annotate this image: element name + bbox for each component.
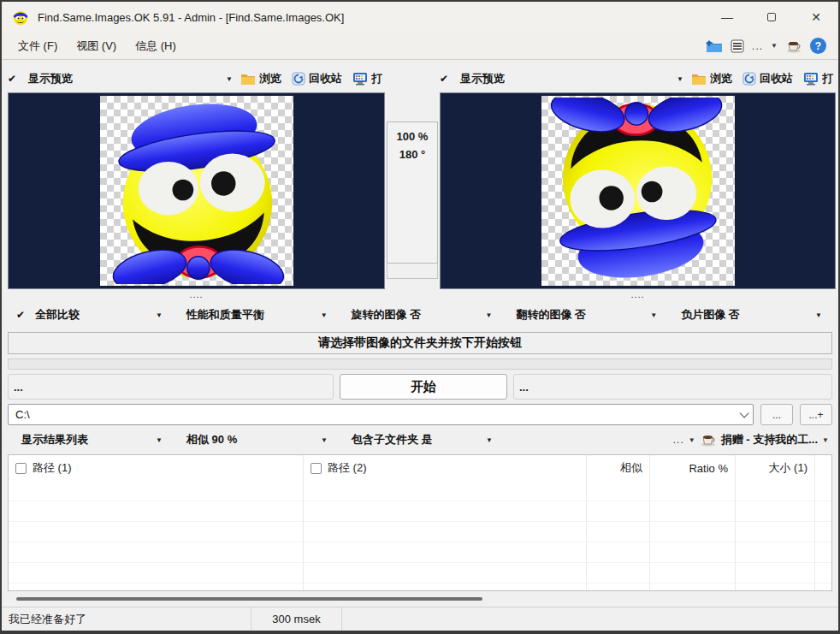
path-row: C:\ ... ...+ bbox=[8, 404, 832, 425]
column-header-ratio[interactable]: Ratio % bbox=[650, 455, 735, 481]
status-ready: 我已经准备好了 bbox=[2, 607, 251, 631]
window-title: Find.Same.Images.OK 5.91 - Admin - [Find… bbox=[38, 11, 344, 24]
path-combobox[interactable]: C:\ bbox=[8, 404, 754, 425]
monitor-icon bbox=[352, 72, 368, 86]
recycle-right-button[interactable]: 回收站 bbox=[740, 69, 796, 88]
show-results-dropdown[interactable]: 显示结果列表 ▼ bbox=[8, 432, 173, 447]
check-icon: ✔ bbox=[440, 73, 448, 85]
caret-down-icon[interactable]: ▼ bbox=[689, 436, 695, 444]
caret-down-icon: ▼ bbox=[486, 436, 493, 444]
preview-right-footer: .... bbox=[440, 289, 836, 301]
zoom-percent: 100 % bbox=[393, 127, 432, 145]
caret-down-icon: ▼ bbox=[321, 436, 328, 444]
caret-down-icon: ▼ bbox=[321, 311, 328, 319]
donate-link[interactable]: 捐赠 - 支持我的工... bbox=[721, 432, 818, 447]
negative-images-dropdown[interactable]: 负片图像 否 ▼ bbox=[667, 303, 832, 327]
coffee-cup-icon[interactable] bbox=[785, 39, 802, 53]
show-preview-right-caret-icon[interactable]: ▼ bbox=[677, 75, 683, 83]
preview-left-footer: .... bbox=[8, 289, 385, 301]
table-body-col bbox=[736, 481, 814, 590]
help-icon[interactable]: ? bbox=[810, 38, 826, 54]
recycle-bin-icon bbox=[742, 72, 756, 86]
open-right-button[interactable]: 打 bbox=[801, 69, 836, 88]
coffee-cup-icon bbox=[700, 433, 717, 447]
subfolders-dropdown[interactable]: 包含子文件夹 是 ▼ bbox=[338, 432, 503, 447]
donate-area: ... ▼ 捐赠 - 支持我的工... ▼ bbox=[673, 432, 832, 447]
zoom-info-footer bbox=[387, 264, 438, 279]
donate-more-label[interactable]: ... bbox=[673, 434, 684, 446]
menu-view[interactable]: 视图 (V) bbox=[67, 34, 126, 58]
compare-options-row: ✔ 全部比较 ▼ 性能和质量平衡 ▼ 旋转的图像 否 ▼ 翻转的图像 否 ▼ 负… bbox=[8, 303, 832, 327]
status-time: 300 msek bbox=[251, 607, 342, 631]
caret-down-icon: ▼ bbox=[815, 311, 822, 319]
preview-toolbar-left: ✔ 显示预览 ▼ 浏览 回收站 bbox=[8, 67, 385, 91]
preview-image-right bbox=[541, 96, 735, 286]
recycle-left-button[interactable]: 回收站 bbox=[289, 69, 345, 88]
results-table: 路径 (1) 路径 (2) 相似 Ratio % bbox=[8, 454, 832, 591]
path2-checkbox[interactable] bbox=[311, 463, 322, 474]
results-options-row: 显示结果列表 ▼ 相似 90 % ▼ 包含子文件夹 是 ▼ ... ▼ bbox=[8, 429, 832, 451]
table-body-col bbox=[587, 481, 649, 590]
table-body-col bbox=[9, 481, 303, 590]
column-header-path2[interactable]: 路径 (2) bbox=[304, 455, 586, 481]
start-row: ... 开始 ... bbox=[8, 374, 832, 400]
folder-icon bbox=[240, 73, 256, 86]
app-window: Find.Same.Images.OK 5.91 - Admin - [Find… bbox=[0, 0, 840, 634]
column-header-path1[interactable]: 路径 (1) bbox=[9, 455, 303, 481]
chevron-down-icon[interactable] bbox=[739, 408, 748, 418]
show-preview-left-caret-icon[interactable]: ▼ bbox=[226, 75, 233, 83]
menu-bar: 文件 (F) 视图 (V) 信息 (H) ... ▼ bbox=[2, 33, 838, 60]
zoom-info-box: 100 % 180 ° bbox=[387, 121, 438, 264]
maximize-icon bbox=[767, 13, 776, 21]
title-bar: Find.Same.Images.OK 5.91 - Admin - [Find… bbox=[2, 2, 838, 33]
browse-left-button[interactable]: 浏览 bbox=[238, 69, 284, 88]
preview-toolbar-right: ✔ 显示预览 ▼ 浏览 回收站 bbox=[440, 67, 836, 91]
progress-bar bbox=[8, 358, 832, 370]
message-bar: 请选择带图像的文件夹并按下开始按钮 bbox=[8, 332, 832, 354]
goto-folder-icon[interactable] bbox=[706, 39, 723, 53]
table-body-col bbox=[650, 481, 735, 590]
browse-right-button[interactable]: 浏览 bbox=[689, 69, 735, 88]
status-field-left: ... bbox=[8, 374, 334, 400]
close-button[interactable]: ✕ bbox=[794, 2, 838, 33]
caret-down-icon: ▼ bbox=[650, 311, 657, 319]
table-body-col bbox=[815, 481, 831, 590]
check-icon: ✔ bbox=[8, 73, 16, 85]
similarity-dropdown[interactable]: 相似 90 % ▼ bbox=[173, 432, 338, 447]
path-value: C:\ bbox=[15, 408, 30, 421]
check-icon: ✔ bbox=[16, 309, 25, 321]
menu-file[interactable]: 文件 (F) bbox=[9, 34, 67, 58]
preview-panel-right bbox=[440, 92, 836, 289]
column-header-size[interactable]: 大小 (1) bbox=[736, 455, 814, 481]
rotated-images-dropdown[interactable]: 旋转的图像 否 ▼ bbox=[338, 303, 503, 327]
open-left-button[interactable]: 打 bbox=[350, 69, 385, 88]
preview-panel-left bbox=[8, 92, 385, 289]
show-preview-left-label[interactable]: 显示预览 bbox=[28, 71, 73, 86]
horizontal-scrollbar[interactable] bbox=[8, 591, 832, 607]
status-field-right: ... bbox=[513, 374, 832, 400]
flipped-images-dropdown[interactable]: 翻转的图像 否 ▼ bbox=[502, 303, 667, 327]
main-content: ✔ 显示预览 ▼ 浏览 回收站 bbox=[2, 60, 838, 607]
close-icon: ✕ bbox=[811, 10, 821, 24]
status-bar: 我已经准备好了 300 msek bbox=[2, 607, 838, 631]
minimize-button[interactable]: — bbox=[705, 2, 749, 33]
minimize-icon: — bbox=[721, 10, 733, 24]
rotation-degrees: 180 ° bbox=[393, 145, 432, 163]
maximize-button[interactable] bbox=[749, 2, 794, 33]
show-preview-right-label[interactable]: 显示预览 bbox=[460, 71, 505, 86]
recycle-bin-icon bbox=[292, 72, 305, 86]
path1-checkbox[interactable] bbox=[15, 463, 27, 474]
scrollbar-thumb[interactable] bbox=[16, 597, 482, 601]
compare-mode-dropdown[interactable]: ✔ 全部比较 ▼ bbox=[8, 303, 173, 327]
menu-overflow-caret-icon[interactable]: ▼ bbox=[771, 42, 778, 50]
add-path-button[interactable]: ...+ bbox=[800, 404, 832, 425]
menu-overflow-label[interactable]: ... bbox=[752, 40, 763, 52]
folder-icon bbox=[691, 73, 707, 86]
start-button[interactable]: 开始 bbox=[340, 374, 507, 400]
column-header-similar[interactable]: 相似 bbox=[587, 455, 649, 481]
quality-dropdown[interactable]: 性能和质量平衡 ▼ bbox=[173, 303, 338, 327]
browse-path-button[interactable]: ... bbox=[760, 404, 793, 425]
caret-down-icon[interactable]: ▼ bbox=[822, 436, 829, 444]
list-menu-icon[interactable] bbox=[731, 39, 744, 53]
menu-info[interactable]: 信息 (H) bbox=[126, 34, 186, 58]
